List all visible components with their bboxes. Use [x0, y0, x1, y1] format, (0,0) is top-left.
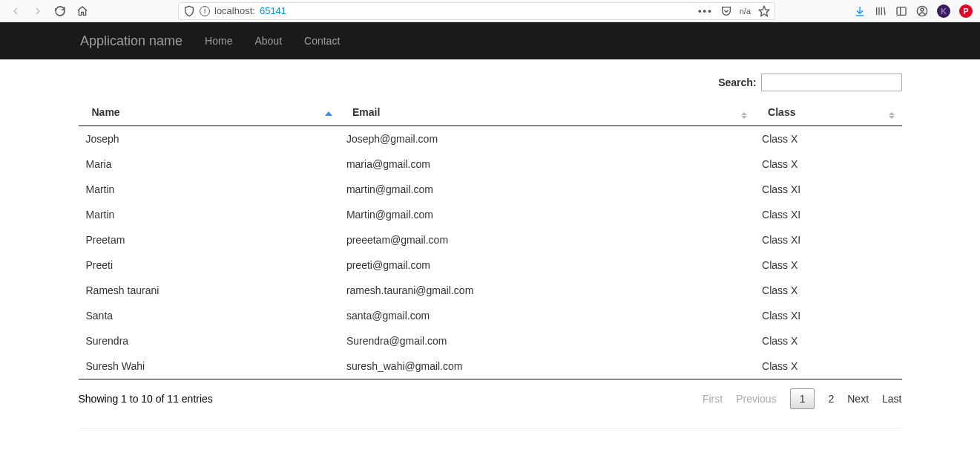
forward-button[interactable]	[30, 3, 46, 19]
pagination-last[interactable]: Last	[882, 393, 901, 405]
table-row: Preetipreeti@gmail.comClass X	[79, 252, 902, 278]
cell-name: Suresh Wahi	[79, 353, 339, 379]
bookmark-star-icon[interactable]	[758, 5, 770, 17]
reload-button[interactable]	[52, 3, 68, 19]
data-table: Name Email Class JosephJoseph@gmail.comC…	[79, 99, 902, 379]
cell-email: Martin@gmail.com	[339, 202, 754, 227]
account-icon[interactable]	[916, 5, 928, 17]
table-row: JosephJoseph@gmail.comClass X	[79, 126, 902, 152]
reader-mode-label: n/a	[740, 7, 751, 16]
pagination-next[interactable]: Next	[847, 393, 869, 405]
cell-name: Ramesh taurani	[79, 278, 339, 303]
sort-both-icon	[887, 105, 896, 119]
cell-email: preeti@gmail.com	[339, 252, 754, 278]
cell-email: martin@gmail.com	[339, 177, 754, 202]
nav-link-about[interactable]: About	[254, 35, 282, 47]
cell-email: ramesh.taurani@gmail.com	[339, 278, 754, 303]
table-row: Suresh Wahisuresh_wahi@gmail.comClass X	[79, 353, 902, 379]
table-info: Showing 1 to 10 of 11 entries	[79, 393, 213, 405]
cell-name: Joseph	[79, 126, 339, 152]
cell-class: Class X	[754, 252, 901, 278]
column-email-label: Email	[352, 106, 380, 118]
table-row: SurendraSurendra@gmail.comClass X	[79, 328, 902, 353]
nav-link-contact[interactable]: Contact	[304, 35, 340, 47]
search-row: Search:	[79, 74, 902, 91]
pagination-page[interactable]: 1	[790, 388, 815, 409]
downloads-icon[interactable]	[854, 5, 866, 17]
shield-icon	[183, 5, 195, 17]
cell-email: Joseph@gmail.com	[339, 126, 754, 152]
table-row: MartinMartin@gmail.comClass XI	[79, 202, 902, 227]
svg-point-4	[921, 8, 924, 11]
column-name-label: Name	[92, 106, 120, 118]
cell-class: Class X	[754, 353, 901, 379]
navbar: Application name Home About Contact	[0, 22, 980, 59]
column-header-name[interactable]: Name	[79, 99, 339, 126]
table-row: Ramesh tauraniramesh.taurani@gmail.comCl…	[79, 278, 902, 303]
cell-class: Class X	[754, 151, 901, 177]
pocket-icon[interactable]	[720, 5, 732, 17]
cell-class: Class XI	[754, 303, 901, 328]
profile-icon[interactable]: K	[937, 4, 950, 18]
svg-rect-1	[897, 7, 906, 15]
table-row: Santasanta@gmail.comClass XI	[79, 303, 902, 328]
cell-class: Class XI	[754, 202, 901, 227]
address-bar[interactable]: i localhost:65141 ••• n/a	[178, 2, 775, 20]
sidebar-icon[interactable]	[895, 5, 907, 17]
footer-divider	[79, 428, 902, 428]
nav-link-home[interactable]: Home	[205, 35, 232, 47]
cell-email: Surendra@gmail.com	[339, 328, 754, 353]
library-icon[interactable]	[875, 5, 887, 17]
cell-email: preeetam@gmail.com	[339, 227, 754, 252]
column-header-email[interactable]: Email	[339, 99, 754, 126]
pinterest-icon[interactable]: P	[959, 4, 973, 18]
cell-class: Class X	[754, 278, 901, 303]
column-class-label: Class	[768, 106, 795, 118]
cell-class: Class XI	[754, 227, 901, 252]
search-label: Search:	[718, 76, 756, 88]
cell-class: Class X	[754, 126, 901, 152]
navbar-brand[interactable]: Application name	[80, 33, 182, 49]
sort-both-icon	[740, 105, 749, 119]
cell-email: santa@gmail.com	[339, 303, 754, 328]
table-row: Martinmartin@gmail.comClass XI	[79, 177, 902, 202]
cell-name: Martin	[79, 202, 339, 227]
pagination-page[interactable]: 2	[828, 393, 834, 405]
url-port: 65141	[260, 5, 286, 16]
pagination: First Previous 12 Next Last	[703, 388, 902, 409]
column-header-class[interactable]: Class	[754, 99, 901, 126]
search-input[interactable]	[761, 74, 902, 91]
table-footer: Showing 1 to 10 of 11 entries First Prev…	[79, 384, 902, 420]
more-icon[interactable]: •••	[698, 5, 713, 16]
home-button[interactable]	[74, 3, 91, 19]
table-row: Preetampreeetam@gmail.comClass XI	[79, 227, 902, 252]
browser-toolbar: i localhost:65141 ••• n/a K P	[0, 0, 980, 22]
cell-class: Class X	[754, 328, 901, 353]
cell-name: Santa	[79, 303, 339, 328]
page-container: Search: Name Email Class JosephJoseph@gm…	[68, 59, 913, 440]
back-button[interactable]	[7, 3, 24, 19]
cell-name: Maria	[79, 151, 339, 177]
sort-asc-icon	[324, 106, 333, 118]
cell-email: suresh_wahi@gmail.com	[339, 353, 754, 379]
cell-name: Preetam	[79, 227, 339, 252]
cell-class: Class XI	[754, 177, 901, 202]
cell-name: Preeti	[79, 252, 339, 278]
cell-email: maria@gmail.com	[339, 151, 754, 177]
table-header-row: Name Email Class	[79, 99, 902, 126]
url-host: localhost:	[214, 5, 255, 16]
svg-marker-0	[759, 6, 769, 16]
info-icon[interactable]: i	[200, 6, 210, 16]
cell-name: Surendra	[79, 328, 339, 353]
pagination-previous[interactable]: Previous	[736, 393, 776, 405]
table-row: Mariamaria@gmail.comClass X	[79, 151, 902, 177]
pagination-first[interactable]: First	[703, 393, 723, 405]
cell-name: Martin	[79, 177, 339, 202]
